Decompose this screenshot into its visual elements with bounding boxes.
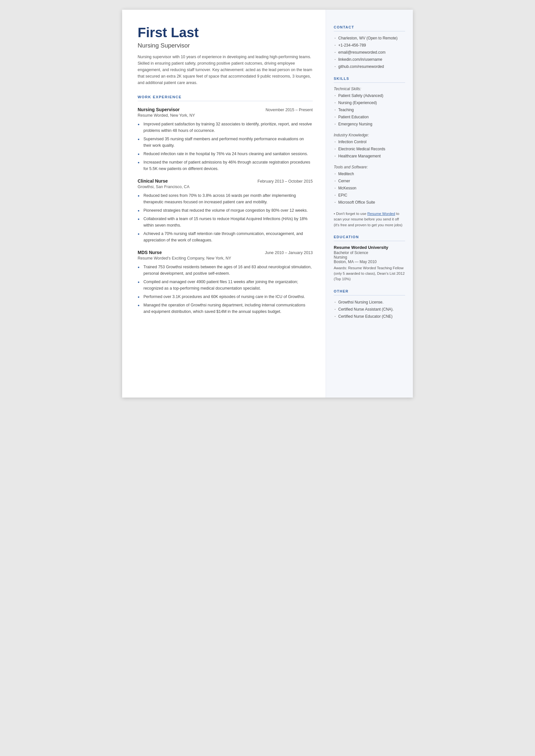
skill-item-0-0: Patient Safety (Advanced) <box>334 93 405 99</box>
job-header-1: Clinical NurseFebruary 2013 – October 20… <box>138 178 313 184</box>
edu-awards: Awards: Resume Worded Teaching Fellow (o… <box>334 265 405 282</box>
job-bullet-2-0: Trained 753 Growthsi residents between t… <box>138 264 313 277</box>
job-bullets-1: Reduced bed sores from 70% to 3.8% acros… <box>138 192 313 244</box>
contact-item-0: Charleston, WV (Open to Remote) <box>334 35 405 41</box>
skills-list-1: Infection ControlElectronic Medical Reco… <box>334 139 405 159</box>
education-section: EDUCATION Resume Worded University Bache… <box>334 235 405 282</box>
resume-worded-link[interactable]: Resume Worded <box>367 212 395 216</box>
candidate-name: First Last <box>138 25 313 40</box>
skill-item-0-2: Teaching <box>334 107 405 113</box>
other-section: OTHER Growthsi Nursing License.Certified… <box>334 289 405 319</box>
skills-content: Technical Skills:Patient Safety (Advance… <box>334 87 405 205</box>
skills-note: • Don't forget to use Resume Worded to s… <box>334 211 405 228</box>
contact-divider <box>334 31 405 31</box>
contact-item-3: linkedin.com/in/username <box>334 57 405 62</box>
work-experience-label: WORK EXPERIENCE <box>138 95 313 99</box>
skill-item-2-2: McKesson <box>334 185 405 191</box>
job-bullet-2-2: Performed over 3.1K procedures and 60K e… <box>138 294 313 300</box>
contact-item-4: github.com/resumeworded <box>334 64 405 70</box>
other-label: OTHER <box>334 289 405 293</box>
job-bullet-1-0: Reduced bed sores from 70% to 3.8% acros… <box>138 192 313 205</box>
edu-degree: Bachelor of Science <box>334 250 405 255</box>
job-company-2: Resume Worded's Exciting Company, New Yo… <box>138 256 313 260</box>
job-bullet-2-3: Managed the operation of Growthsi nursin… <box>138 302 313 315</box>
job-entry-1: Clinical NurseFebruary 2013 – October 20… <box>138 178 313 244</box>
edu-school: Resume Worded University <box>334 245 405 250</box>
candidate-title: Nursing Supervisor <box>138 42 313 49</box>
job-dates-2: June 2010 – January 2013 <box>265 250 313 255</box>
left-column: First Last Nursing Supervisor Nursing su… <box>122 10 326 397</box>
edu-field: Nursing <box>334 255 405 260</box>
skill-item-1-2: Healthcare Management <box>334 153 405 159</box>
contact-item-2: email@resumeworded.com <box>334 49 405 55</box>
skill-item-2-3: EPIC <box>334 192 405 198</box>
job-company-0: Resume Worded, New York, NY <box>138 113 313 118</box>
job-bullet-1-2: Collaborated with a team of 15 nurses to… <box>138 216 313 228</box>
summary-text: Nursing supervisor with 10 years of expe… <box>138 54 313 86</box>
job-dates-0: November 2015 – Present <box>266 108 313 112</box>
contact-label: CONTACT <box>334 25 405 29</box>
skills-category-label-2: Tools and Software: <box>334 165 405 169</box>
job-bullets-2: Trained 753 Growthsi residents between t… <box>138 264 313 315</box>
job-company-1: Growthsi, San Francisco, CA <box>138 185 313 189</box>
job-header-0: Nursing SupervisorNovember 2015 – Presen… <box>138 107 313 112</box>
job-bullet-1-1: Pioneered strategies that reduced the vo… <box>138 207 313 214</box>
job-bullet-0-0: Improved patient satisfaction by trainin… <box>138 121 313 134</box>
skills-list-0: Patient Safety (Advanced)Nursing (Experi… <box>334 93 405 127</box>
skill-item-1-1: Electronic Medical Records <box>334 146 405 152</box>
other-item-2: Certified Nurse Educator (CNE) <box>334 313 405 319</box>
resume-page: First Last Nursing Supervisor Nursing su… <box>122 10 413 397</box>
skill-item-0-3: Patient Education <box>334 114 405 120</box>
skills-list-2: MeditechCernerMcKessonEPICMicrosoft Offi… <box>334 171 405 205</box>
job-bullets-0: Improved patient satisfaction by trainin… <box>138 121 313 172</box>
work-experience-divider <box>138 101 313 101</box>
job-bullet-0-1: Supervised 35 nursing staff members and … <box>138 136 313 149</box>
job-entry-2: MDS NurseJune 2010 – January 2013Resume … <box>138 250 313 315</box>
job-dates-1: February 2013 – October 2015 <box>258 179 313 184</box>
skills-section: SKILLS Technical Skills:Patient Safety (… <box>334 76 405 228</box>
skill-item-2-0: Meditech <box>334 171 405 177</box>
job-header-2: MDS NurseJune 2010 – January 2013 <box>138 250 313 255</box>
right-column: CONTACT Charleston, WV (Open to Remote)+… <box>326 10 413 397</box>
job-bullet-2-1: Compiled and managed over 4900 patient f… <box>138 278 313 292</box>
job-title-1: Clinical Nurse <box>138 178 168 184</box>
skill-item-0-1: Nursing (Experienced) <box>334 100 405 106</box>
job-title-0: Nursing Supervisor <box>138 107 180 112</box>
skill-item-2-4: Microsoft Office Suite <box>334 199 405 205</box>
other-item-1: Certified Nurse Assistant (CNA). <box>334 306 405 312</box>
job-title-2: MDS Nurse <box>138 250 162 255</box>
job-bullet-1-3: Achieved a 70% nursing staff retention r… <box>138 230 313 244</box>
contact-list: Charleston, WV (Open to Remote)+1-234-45… <box>334 35 405 70</box>
other-list: Growthsi Nursing License.Certified Nurse… <box>334 299 405 319</box>
edu-location: Boston, MA — May 2010 <box>334 260 405 264</box>
contact-item-1: +1-234-456-789 <box>334 42 405 48</box>
skills-label: SKILLS <box>334 76 405 80</box>
other-divider <box>334 295 405 295</box>
skills-divider <box>334 82 405 83</box>
education-label: EDUCATION <box>334 235 405 239</box>
education-divider <box>334 241 405 241</box>
job-bullet-0-2: Reduced infection rate in the hospital b… <box>138 151 313 157</box>
other-item-0: Growthsi Nursing License. <box>334 299 405 305</box>
skill-item-2-1: Cerner <box>334 178 405 184</box>
skills-category-label-0: Technical Skills: <box>334 87 405 91</box>
job-entry-0: Nursing SupervisorNovember 2015 – Presen… <box>138 107 313 172</box>
contact-section: CONTACT Charleston, WV (Open to Remote)+… <box>334 25 405 70</box>
job-bullet-0-3: Increased the number of patient admissio… <box>138 159 313 172</box>
skills-category-label-1: Industry Knowledge: <box>334 133 405 137</box>
job-list: Nursing SupervisorNovember 2015 – Presen… <box>138 107 313 315</box>
skill-item-1-0: Infection Control <box>334 139 405 145</box>
skill-item-0-4: Emergency Nursing <box>334 121 405 127</box>
